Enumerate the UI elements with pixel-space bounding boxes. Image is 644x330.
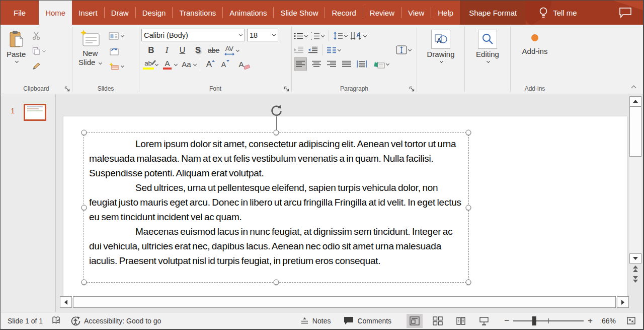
align-text-button[interactable] [396,45,415,54]
tab-animations[interactable]: Animations [223,1,273,25]
decrease-indent-button[interactable] [294,46,304,53]
next-slide-button[interactable] [633,274,638,285]
align-right-button[interactable] [326,58,337,70]
distribute-text-button[interactable] [356,58,367,70]
reset-slide-button[interactable] [107,45,126,57]
change-case-button[interactable]: Aa [181,58,197,71]
slide-thumbnail-number: 1 [11,106,15,115]
line-spacing-button[interactable] [333,32,348,40]
resize-handle-top-right[interactable] [466,130,471,136]
editing-button[interactable]: Editing [472,28,503,84]
justify-button[interactable] [341,58,352,70]
resize-handle-middle-right[interactable] [466,205,471,210]
slide-thumbnail[interactable] [24,104,46,121]
double-up-icon [633,266,638,269]
zoom-level[interactable]: 66% [597,317,616,325]
section-button[interactable] [107,60,126,72]
highlight-color-swatch [143,68,154,70]
zoom-out-button[interactable]: − [504,316,509,325]
tab-record[interactable]: Record [325,1,362,25]
tab-review[interactable]: Review [363,1,401,25]
comments-bubble-icon[interactable] [619,7,632,18]
bullets-button[interactable] [294,32,308,40]
highlight-color-button[interactable]: ab [142,60,158,70]
columns-button[interactable] [327,46,341,53]
font-color-button[interactable]: A [162,60,178,70]
underline-button[interactable]: U [177,44,188,56]
fit-slide-to-window-button[interactable] [623,314,639,328]
font-name-combobox[interactable]: Calibri (Body) [141,29,245,41]
zoom-slider[interactable] [513,320,584,321]
bold-button[interactable]: B [145,44,157,56]
accessibility-checker-button[interactable]: Accessibility: Good to go [70,316,161,326]
comments-button[interactable]: Comments [344,316,391,325]
resize-handle-top-left[interactable] [82,130,87,136]
format-painter-button[interactable] [31,60,47,72]
align-center-button[interactable] [310,58,322,70]
drawing-button[interactable]: A Drawing [423,28,458,84]
triangle-right-icon [621,300,624,305]
tab-home[interactable]: Home [39,1,72,25]
align-left-button[interactable] [294,57,307,71]
tab-draw[interactable]: Draw [105,1,135,25]
resize-handle-bottom-center[interactable] [274,280,279,285]
reading-view-button[interactable] [453,314,469,328]
previous-slide-button[interactable] [633,263,638,274]
tab-help[interactable]: Help [431,1,460,25]
increase-indent-button[interactable] [308,46,318,53]
strikethrough-button[interactable]: abe [208,44,219,56]
decrease-font-size-button[interactable]: A [218,58,229,71]
text-direction-button[interactable]: A [350,32,367,40]
tab-file[interactable]: File [1,1,39,25]
clipboard-dialog-launcher[interactable] [63,85,70,92]
clear-formatting-button[interactable]: A [235,58,247,71]
chevron-down-icon [304,33,308,37]
font-size-combobox[interactable]: 18 [247,29,278,41]
character-spacing-button[interactable]: AV [223,45,239,56]
cut-button[interactable] [31,30,47,42]
numbering-button[interactable] [310,32,325,40]
zoom-slider-thumb[interactable] [532,316,536,325]
spell-check-button[interactable] [52,316,61,325]
slide-indicator[interactable]: Slide 1 of 1 [8,317,43,325]
scroll-right-button[interactable] [617,296,629,308]
tab-insert[interactable]: Insert [72,1,104,25]
copy-button[interactable] [31,45,47,57]
resize-handle-top-center[interactable] [274,130,279,136]
new-slide-button[interactable]: NewSlide [74,28,106,84]
textbox-content[interactable]: Lorem ipsum dolor sit amet, consectetur … [84,133,468,268]
tab-view[interactable]: View [401,1,431,25]
scroll-down-button[interactable] [629,253,641,263]
resize-handle-bottom-left[interactable] [82,280,87,285]
resize-handle-bottom-right[interactable] [466,280,471,285]
paragraph-dialog-launcher[interactable] [408,85,415,92]
resize-handle-middle-left[interactable] [82,205,87,210]
increase-font-size-button[interactable]: A [203,58,215,71]
double-down-icon [633,276,638,279]
normal-view-button[interactable] [407,314,423,328]
slide-show-button[interactable] [476,314,492,328]
vertical-scrollbar-track[interactable] [629,157,641,253]
notes-button[interactable]: Notes [300,317,331,325]
horizontal-scrollbar-thumb[interactable] [73,296,616,308]
addins-button[interactable]: Add-ins [518,28,552,84]
paste-button[interactable]: Paste [3,28,30,84]
tab-slide-show[interactable]: Slide Show [274,1,325,25]
selected-textbox[interactable]: Lorem ipsum dolor sit amet, consectetur … [84,132,469,283]
slide-layout-button[interactable] [107,30,126,42]
font-dialog-launcher[interactable] [283,85,290,92]
zoom-in-button[interactable]: + [588,316,593,325]
italic-button[interactable]: I [161,44,173,56]
tab-design[interactable]: Design [136,1,173,25]
text-shadow-button[interactable]: S [192,44,204,56]
slide-sorter-view-button[interactable] [430,314,446,328]
scroll-left-button[interactable] [60,296,72,308]
vertical-scrollbar-thumb[interactable] [629,106,641,157]
tell-me-button[interactable]: Tell me [539,1,577,25]
convert-to-smartart-button[interactable] [373,60,389,69]
rotate-handle[interactable] [270,104,283,117]
tab-transitions[interactable]: Transitions [173,1,222,25]
tab-shape-format[interactable]: Shape Format [460,1,526,25]
collapse-ribbon-button[interactable] [630,83,636,92]
scroll-up-button[interactable] [629,96,641,106]
